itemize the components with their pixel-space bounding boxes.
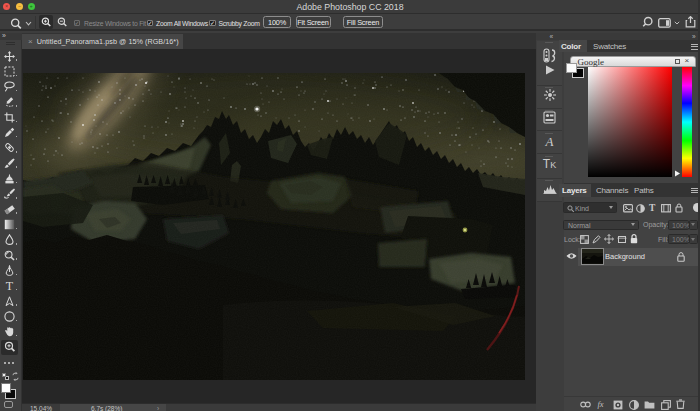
svg-text:T: T xyxy=(6,280,14,291)
